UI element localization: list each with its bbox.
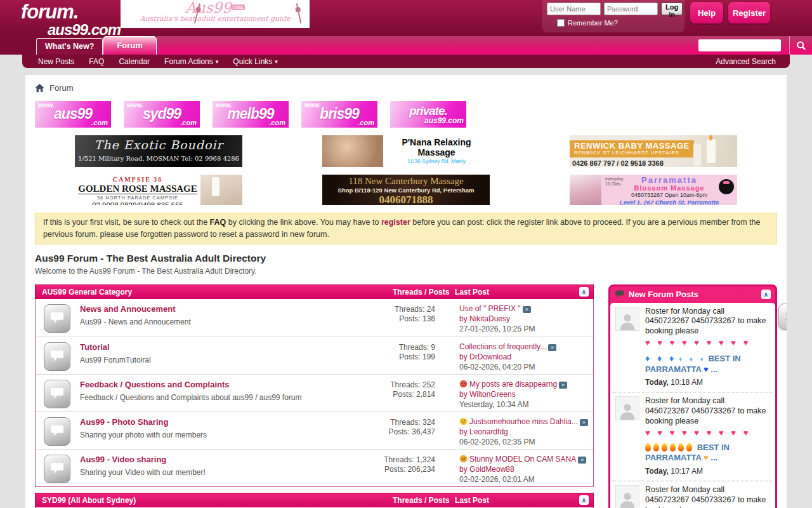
speech-bubble-icon: [50, 462, 64, 475]
search-input[interactable]: [698, 39, 781, 51]
last-post-link[interactable]: Stunny MODEL On CAM SANA: [469, 455, 576, 464]
last-post-cell: Justsomehourhoe miss Dahlia...» by Leona…: [459, 417, 593, 449]
sidebar-post[interactable]: Roster for Monday call 0450723267 045073…: [612, 481, 773, 508]
subnav-forum-actions[interactable]: Forum Actions▾: [164, 57, 218, 66]
column-threads-posts: Threads / Posts: [393, 288, 455, 297]
chevron-down-icon: ▾: [216, 58, 219, 65]
category-aus99-general: AUS99 General Category Threads / Posts L…: [35, 284, 594, 487]
banner-aus99[interactable]: www. aus99 .com: [35, 101, 111, 128]
column-last-post: Last Post: [455, 496, 579, 505]
breadcrumb-forum[interactable]: Forum: [49, 83, 74, 93]
forum-stats: Threads: 252 Posts: 2,814: [367, 380, 435, 411]
header-banner[interactable]: Aus99com Australia's best adult entertai…: [121, 0, 310, 28]
banner-private-aus99[interactable]: private. aus99.com: [390, 101, 466, 128]
new-forum-posts-sidebar: New Forum Posts ∧ Roster for Monday call…: [608, 284, 777, 508]
ad-exotic-boudoir[interactable]: The Exotic Boudoir 1/521 Military Road, …: [75, 135, 242, 167]
forum-description: Aus99 ForumTutoiral: [80, 356, 363, 364]
ad-row-2: CAMPSIE 36 GOLDEN ROSE MASSAGE 36 NORTH …: [35, 175, 777, 205]
last-post-author[interactable]: by DrDownload: [459, 352, 593, 362]
last-post-link[interactable]: My posts are disappearng: [469, 380, 557, 389]
last-post-cell: Use of " PREFIX "» by NikitaDuesy 27-01-…: [459, 304, 593, 337]
tab-whats-new[interactable]: What's New?: [36, 38, 103, 55]
home-icon[interactable]: [35, 84, 44, 92]
site-logo[interactable]: forum. aus99.com: [21, 2, 121, 37]
sidebar-post[interactable]: Roster for Monday call 0450723267 045073…: [612, 303, 773, 392]
last-post-cell: Collections of frequently...» by DrDownl…: [459, 342, 593, 374]
sidebar-expand-handle[interactable]: »: [778, 304, 787, 330]
tab-forum[interactable]: Forum: [103, 36, 156, 55]
collapse-button[interactable]: ∧: [579, 287, 589, 297]
ad-golden-rose-massage[interactable]: CAMPSIE 36 GOLDEN ROSE MASSAGE 36 NORTH …: [75, 175, 242, 205]
username-field[interactable]: [547, 3, 601, 15]
forum-link[interactable]: Aus99 - Photo Sharing: [80, 417, 363, 427]
forum-link[interactable]: Feedback / Questions and Complaints: [80, 380, 363, 389]
goto-last-post-icon[interactable]: »: [578, 457, 586, 464]
forum-row: Feedback / Questions and Complaints Feed…: [36, 374, 593, 411]
ad-canterbury-massage[interactable]: 118 New Canterbury Massage Shop B/118-12…: [322, 175, 490, 205]
subnav-faq[interactable]: FAQ: [89, 57, 104, 66]
ad-row-1: The Exotic Boudoir 1/521 Military Road, …: [35, 135, 777, 167]
ad-blossom-massage[interactable]: everyday10 Girls Parramatta Blossom Mass…: [570, 175, 737, 205]
banner-melb99[interactable]: www. melb99 .com: [213, 101, 289, 128]
forum-stats: Threads: 1,324 Posts: 206,234: [367, 455, 435, 486]
forum-description: Aus99 - News and Annoucement: [80, 318, 363, 326]
post-text: Roster for Monday call 0450723267 045073…: [645, 307, 766, 335]
forum-description: Sharing your photo with our members: [80, 431, 363, 439]
goto-last-post-icon[interactable]: »: [580, 419, 588, 426]
sub-nav-bar: New Posts FAQ Calendar Forum Actions▾ Qu…: [22, 55, 790, 68]
subnav-calendar[interactable]: Calendar: [119, 57, 150, 66]
speech-bubble-icon: [50, 425, 64, 438]
last-post-cell: Stunny MODEL On CAM SANA» by GoldMeow88 …: [459, 455, 593, 486]
faq-link[interactable]: FAQ: [210, 218, 226, 227]
heart-icons: ♥ ♥ ♥ ♥ ♥ ♥ ♥ ♥ ♥: [645, 428, 770, 438]
forum-icon: [44, 417, 70, 446]
goto-last-post-icon[interactable]: »: [523, 306, 531, 313]
subnav-new-posts[interactable]: New Posts: [38, 57, 74, 66]
subnav-quick-links[interactable]: Quick Links▾: [233, 57, 278, 66]
forum-list-column: AUS99 General Category Threads / Posts L…: [35, 284, 594, 508]
last-post-author[interactable]: by NikitaDuesy: [459, 314, 593, 324]
collapse-button[interactable]: ∧: [761, 290, 771, 299]
goto-last-post-icon[interactable]: »: [548, 344, 556, 351]
last-post-link[interactable]: Use of " PREFIX ": [459, 304, 521, 313]
forum-icon: [44, 342, 70, 371]
goto-last-post-icon[interactable]: »: [559, 382, 567, 389]
sidebar-body: Roster for Monday call 0450723267 045073…: [610, 303, 775, 508]
column-last-post: Last Post: [455, 288, 579, 297]
banner-syd99[interactable]: www. syd99 .com: [124, 101, 200, 128]
last-post-author[interactable]: by GoldMeow88: [459, 465, 593, 474]
last-post-author[interactable]: by WiltonGreens: [459, 390, 593, 399]
banner-bris99[interactable]: www. bris99 .com: [301, 101, 377, 128]
last-post-author[interactable]: by Leonardfdg: [459, 427, 593, 437]
page-subtitle: Welcome to the Aus99 Forum - The Best Au…: [35, 267, 777, 276]
forum-link[interactable]: News and Annoucement: [80, 304, 363, 314]
help-button[interactable]: Help: [690, 2, 723, 23]
login-button[interactable]: Log in: [661, 3, 683, 15]
post-text: Roster for Monday call 0450723267 045073…: [645, 396, 766, 425]
sidebar-post[interactable]: Roster for Monday call 0450723267 045073…: [612, 392, 773, 481]
flame-icon: [686, 443, 692, 451]
forum-link[interactable]: Tutorial: [80, 342, 363, 352]
last-post-link[interactable]: Justsomehourhoe miss Dahlia...: [469, 417, 578, 426]
category-title[interactable]: AUS99 General Category: [42, 288, 393, 297]
banner-com-badge: com: [232, 4, 245, 10]
password-field[interactable]: [604, 3, 658, 15]
register-button[interactable]: Register: [728, 2, 770, 23]
last-post-link[interactable]: Collections of frequently...: [459, 342, 546, 351]
avatar: [615, 485, 639, 508]
heart-icon: ♥: [704, 364, 709, 374]
search-button[interactable]: [789, 36, 812, 55]
forum-icon: [44, 380, 70, 408]
grin-face-icon: [459, 455, 468, 463]
forum-link[interactable]: Aus99 - Video sharing: [80, 455, 363, 464]
page-content: Forum www. aus99 .com www. syd99 .com ww…: [25, 75, 787, 508]
remember-me-checkbox[interactable]: [557, 19, 565, 27]
forum-stats: Threads: 9 Posts: 199: [367, 342, 435, 374]
category-title[interactable]: SYD99 (All About Sydney): [42, 496, 393, 505]
register-link[interactable]: register: [381, 218, 410, 227]
ad-renwick-massage[interactable]: RENWICK BABY MASSAGE RENWICK ST LEICHHAR…: [570, 135, 737, 167]
collapse-button[interactable]: ∧: [579, 495, 589, 505]
ad-pnana-massage[interactable]: P'Nana Relaxing Massage 11/36 Sydney Rd.…: [322, 135, 490, 167]
last-post-date: 06-02-2026, 02:35 PM: [459, 438, 593, 447]
advanced-search-link[interactable]: Advanced Search: [716, 57, 776, 66]
